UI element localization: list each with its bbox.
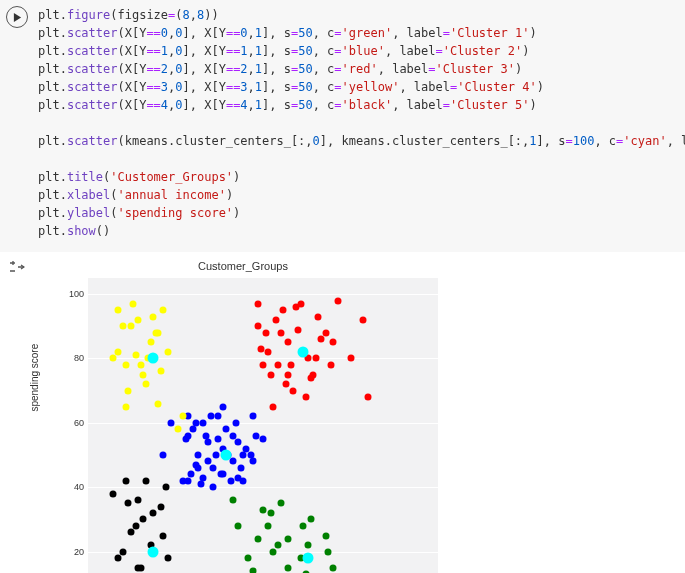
data-point <box>140 371 147 378</box>
data-point <box>120 548 127 555</box>
data-point <box>165 349 172 356</box>
data-point <box>260 435 267 442</box>
data-point <box>322 329 329 336</box>
data-point <box>230 458 237 465</box>
data-point <box>325 548 332 555</box>
data-point <box>210 464 217 471</box>
data-point <box>282 381 289 388</box>
data-point <box>125 500 132 507</box>
output-cell: Customer_Groups spending score 020406080… <box>0 252 685 573</box>
data-point <box>220 471 227 478</box>
data-point <box>142 381 149 388</box>
data-point <box>232 419 239 426</box>
data-point <box>280 307 287 314</box>
data-point <box>237 464 244 471</box>
ytick-label: 20 <box>62 547 84 557</box>
data-point <box>157 368 164 375</box>
data-point <box>195 464 202 471</box>
data-point <box>137 361 144 368</box>
data-point <box>115 349 122 356</box>
data-point <box>285 564 292 571</box>
data-point <box>275 542 282 549</box>
play-icon <box>13 13 22 22</box>
data-point <box>303 553 314 564</box>
data-point <box>270 548 277 555</box>
data-point <box>347 355 354 362</box>
data-point <box>190 426 197 433</box>
data-point <box>240 452 247 459</box>
data-point <box>227 477 234 484</box>
data-point <box>215 413 222 420</box>
data-point <box>257 345 264 352</box>
chart-output: Customer_Groups spending score 020406080… <box>38 260 448 573</box>
data-point <box>267 509 274 516</box>
data-point <box>200 474 207 481</box>
data-point <box>230 497 237 504</box>
data-point <box>215 435 222 442</box>
data-point <box>162 484 169 491</box>
data-point <box>150 509 157 516</box>
data-point <box>307 516 314 523</box>
data-point <box>185 432 192 439</box>
data-point <box>110 490 117 497</box>
data-point <box>322 532 329 539</box>
data-point <box>127 529 134 536</box>
data-point <box>122 477 129 484</box>
data-point <box>195 452 202 459</box>
data-point <box>110 355 117 362</box>
data-point <box>197 481 204 488</box>
data-point <box>180 413 187 420</box>
data-point <box>132 522 139 529</box>
data-point <box>235 439 242 446</box>
data-point <box>330 564 337 571</box>
data-point <box>277 500 284 507</box>
data-point <box>120 323 127 330</box>
data-point <box>265 522 272 529</box>
data-point <box>250 567 257 573</box>
data-point <box>207 413 214 420</box>
data-point <box>200 419 207 426</box>
data-point <box>267 371 274 378</box>
data-point <box>135 497 142 504</box>
ytick-label: 100 <box>62 289 84 299</box>
data-point <box>255 300 262 307</box>
data-point <box>317 336 324 343</box>
data-point <box>252 432 259 439</box>
data-point <box>167 419 174 426</box>
data-point <box>275 361 282 368</box>
data-point <box>285 535 292 542</box>
data-point <box>312 355 319 362</box>
data-point <box>152 329 159 336</box>
data-point <box>307 374 314 381</box>
data-point <box>127 323 134 330</box>
data-point <box>180 477 187 484</box>
output-indicator-icon <box>6 260 28 573</box>
data-point <box>265 349 272 356</box>
data-point <box>262 329 269 336</box>
data-point <box>115 555 122 562</box>
data-point <box>142 477 149 484</box>
data-point <box>205 439 212 446</box>
data-point <box>122 361 129 368</box>
data-point <box>365 394 372 401</box>
data-point <box>292 303 299 310</box>
code-editor[interactable]: plt.figure(figsize=(8,8))plt.scatter(X[Y… <box>38 6 685 240</box>
data-point <box>260 361 267 368</box>
data-point <box>210 484 217 491</box>
data-point <box>270 403 277 410</box>
data-point <box>250 413 257 420</box>
code-cell: plt.figure(figsize=(8,8))plt.scatter(X[Y… <box>0 0 685 252</box>
data-point <box>335 297 342 304</box>
data-point <box>305 542 312 549</box>
data-point <box>212 452 219 459</box>
data-point <box>290 387 297 394</box>
data-point <box>285 371 292 378</box>
data-point <box>132 352 139 359</box>
run-button[interactable] <box>6 6 28 28</box>
data-point <box>285 339 292 346</box>
data-point <box>147 339 154 346</box>
data-point <box>260 506 267 513</box>
data-point <box>157 503 164 510</box>
data-point <box>315 313 322 320</box>
data-point <box>192 419 199 426</box>
